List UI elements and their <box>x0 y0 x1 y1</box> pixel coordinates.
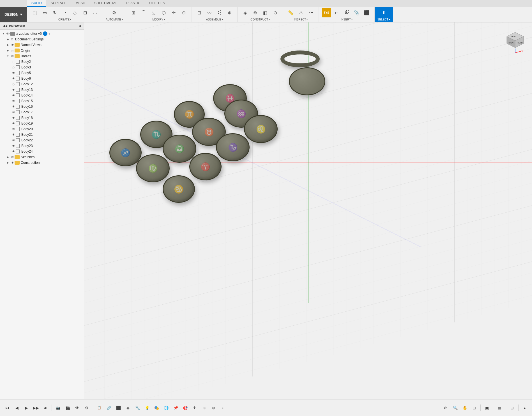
vis-bodies[interactable]: 👁 <box>10 54 15 58</box>
timeline-tool-9[interactable]: 📌 <box>171 403 180 412</box>
press-pull-icon[interactable]: ⊞ <box>129 8 138 17</box>
tab-surface[interactable]: SURFACE <box>46 0 71 7</box>
display-mode-icon[interactable]: ▣ <box>482 403 491 412</box>
loft-icon[interactable]: ◇ <box>70 8 80 17</box>
expand-settings[interactable]: ▶ <box>6 37 10 42</box>
insert-2-icon[interactable]: ↩ <box>332 8 341 17</box>
chamfer-icon[interactable]: ◺ <box>149 8 158 17</box>
inspect-label[interactable]: INSPECT▾ <box>294 18 308 21</box>
tab-sheet-metal[interactable]: SHEET METAL <box>90 0 122 7</box>
tree-body-body24[interactable]: 👁 Body24 <box>0 149 84 154</box>
expand-construction[interactable]: ▶ <box>6 160 10 165</box>
vis-body20[interactable]: 👁 <box>11 127 16 131</box>
vis-named-views[interactable]: 👁 <box>10 43 15 47</box>
tree-body-body5[interactable]: 👁 Body5 <box>0 70 84 76</box>
collapse-browser-icon[interactable]: ◀◀ <box>3 24 7 27</box>
tree-doc-settings[interactable]: ▶ ⚙ Document Settings <box>0 36 84 42</box>
tab-mesh[interactable]: MESH <box>71 0 90 7</box>
timeline-tool-12[interactable]: ⊕ <box>200 403 209 412</box>
tree-body-body23[interactable]: 👁 Body23 <box>0 143 84 149</box>
timeline-tool-5[interactable]: 🔧 <box>133 403 142 412</box>
timeline-tool-6[interactable]: 💡 <box>142 403 151 412</box>
shell-icon[interactable]: ⬡ <box>159 8 169 17</box>
expand-root[interactable]: ▼ <box>1 31 6 36</box>
new-body-icon[interactable]: ⬚ <box>30 8 39 17</box>
sweep-icon[interactable]: 〰 <box>60 8 70 17</box>
render-settings-icon[interactable]: ▤ <box>495 403 504 412</box>
play-next-button[interactable]: ▶▶ <box>31 403 40 412</box>
inspect-2-icon[interactable]: ⚠ <box>296 8 306 17</box>
viewcube[interactable]: TOP FRONT RIGHT X Z <box>504 28 526 50</box>
vis-origin[interactable]: ◎ <box>10 48 15 53</box>
tree-body-body21[interactable]: 👁 Body21 <box>0 132 84 137</box>
units-icon[interactable]: ▸ <box>520 403 529 412</box>
tree-body-body6[interactable]: 👁 Body6 <box>0 76 84 81</box>
tree-body-body14[interactable]: 👁 Body14 <box>0 93 84 98</box>
tree-named-views[interactable]: ▶ 👁 Named Views <box>0 42 84 48</box>
play-prev-button[interactable]: ◀ <box>12 403 21 412</box>
design-button[interactable]: DESIGN ▾ <box>0 7 27 22</box>
play-last-button[interactable]: ⏭ <box>41 403 50 412</box>
assemble-1-icon[interactable]: ⊡ <box>195 8 204 17</box>
tree-body-body12[interactable]: ◌ Body12 <box>0 81 84 87</box>
vis-body12[interactable]: ◌ <box>11 82 16 86</box>
animation-preview-icon[interactable]: 👁 <box>73 403 82 412</box>
vis-body19[interactable]: 👁 <box>11 121 16 126</box>
extrude-icon[interactable]: ▭ <box>40 8 49 17</box>
modify-label[interactable]: MODIFY▾ <box>152 18 165 21</box>
vis-body15[interactable]: 👁 <box>11 99 16 103</box>
zoom-icon[interactable]: 🔍 <box>451 403 460 412</box>
select-label[interactable]: SELECT▾ <box>377 18 390 21</box>
construct-label[interactable]: CONSTRUCT▾ <box>250 18 270 21</box>
grid-settings-icon[interactable]: ⊞ <box>508 403 517 412</box>
tree-body-body18[interactable]: 👁 Body18 <box>0 115 84 121</box>
animation-settings-icon[interactable]: ⚙ <box>82 403 91 412</box>
fit-icon[interactable]: ⊡ <box>470 403 479 412</box>
tree-body-body19[interactable]: 👁 Body19 <box>0 121 84 126</box>
tree-construction[interactable]: ▶ 👁 Construction <box>0 160 84 166</box>
vis-body23[interactable]: 👁 <box>11 144 16 148</box>
vis-root[interactable]: 👁 <box>6 31 10 36</box>
insert-label[interactable]: INSERT▾ <box>340 18 353 21</box>
tree-body-body2[interactable]: ◌ Body2 <box>0 59 84 65</box>
timeline-tool-11[interactable]: ✛ <box>190 403 199 412</box>
orbit-icon[interactable]: ⟳ <box>441 403 450 412</box>
assemble-3-icon[interactable]: ⛓ <box>215 8 224 17</box>
tree-body-body17[interactable]: 👁 Body17 <box>0 109 84 115</box>
tree-document-root[interactable]: ▼ 👁 a zodiac letter v5 i ⬆ <box>0 31 84 36</box>
insert-3-icon[interactable]: 🖼 <box>342 8 351 17</box>
construct-3-icon[interactable]: ◧ <box>261 8 270 17</box>
vis-body13[interactable]: 👁 <box>11 88 16 92</box>
vis-body6[interactable]: 👁 <box>11 76 16 81</box>
timeline-tool-1[interactable]: 📋 <box>95 403 104 412</box>
assemble-4-icon[interactable]: ⊕ <box>225 8 234 17</box>
timeline-tool-8[interactable]: 🌐 <box>162 403 171 412</box>
tree-body-body22[interactable]: 👁 Body22 <box>0 137 84 143</box>
tree-bodies[interactable]: ▼ 👁 Bodies <box>0 53 84 59</box>
insert-5-icon[interactable]: ⬛ <box>362 8 372 17</box>
construct-4-icon[interactable]: ⊙ <box>271 8 280 17</box>
inspect-3-icon[interactable]: 〜 <box>306 8 316 17</box>
vis-body17[interactable]: 👁 <box>11 110 16 114</box>
vis-body21[interactable]: 👁 <box>11 132 16 137</box>
vis-body18[interactable]: 👁 <box>11 116 16 120</box>
timeline-tool-4[interactable]: ◈ <box>123 403 132 412</box>
inspect-1-icon[interactable]: 📏 <box>286 8 296 17</box>
timeline-tool-14[interactable]: ↔ <box>219 403 228 412</box>
tab-utilities[interactable]: UTILITIES <box>145 0 169 7</box>
tree-body-body13[interactable]: 👁 Body13 <box>0 87 84 93</box>
select-icon[interactable]: ⬆ <box>379 8 388 17</box>
tab-plastic[interactable]: PLASTIC <box>122 0 145 7</box>
pan-icon[interactable]: ✋ <box>460 403 469 412</box>
vis-body2[interactable]: ◌ <box>11 59 16 64</box>
tree-body-body15[interactable]: 👁 Body15 <box>0 98 84 104</box>
assemble-2-icon[interactable]: ⚯ <box>205 8 214 17</box>
move-icon[interactable]: ✛ <box>169 8 179 17</box>
timeline-tool-13[interactable]: ⊗ <box>209 403 218 412</box>
rib-icon[interactable]: ⊟ <box>80 8 90 17</box>
tree-sketches[interactable]: ▶ 👁 Sketches <box>0 154 84 160</box>
share-icon[interactable]: ⬆ <box>48 32 50 35</box>
timeline-tool-3[interactable]: ⬛ <box>114 403 123 412</box>
fillet-icon[interactable]: ⌒ <box>139 8 148 17</box>
construct-1-icon[interactable]: ◈ <box>240 8 250 17</box>
